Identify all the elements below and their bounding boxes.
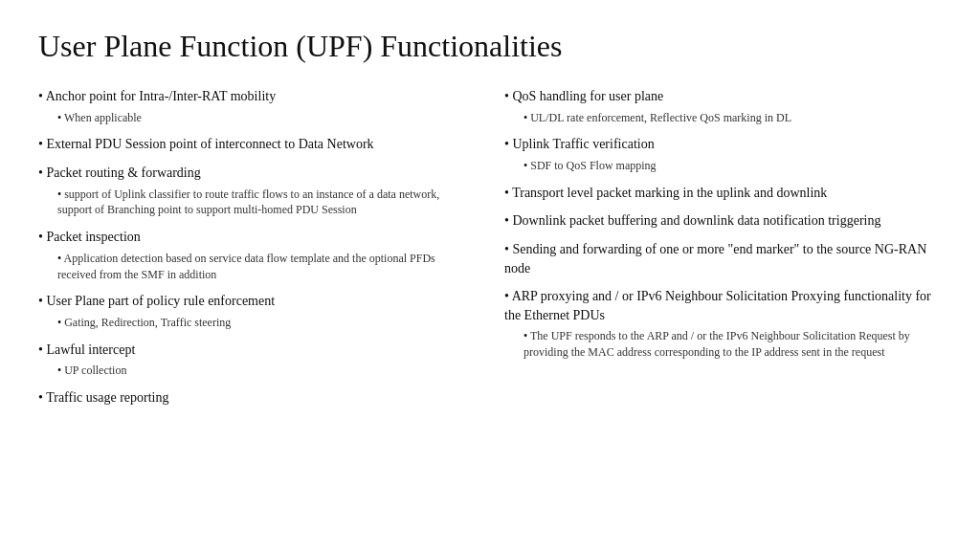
page-title: User Plane Function (UPF) Functionalitie… xyxy=(38,29,942,64)
right-list: QoS handling for user planeUL/DL rate en… xyxy=(504,87,942,361)
list-item-text: ARP proxying and / or IPv6 Neighbour Sol… xyxy=(504,289,931,322)
sub-list-item-text: The UPF responds to the ARP and / or the… xyxy=(523,329,910,359)
list-item-user-plane-policy: User Plane part of policy rule enforceme… xyxy=(38,292,476,330)
sub-list: When applicable xyxy=(57,110,476,126)
sub-list-item: Application detection based on service d… xyxy=(57,251,476,283)
list-item-text: Downlink packet buffering and downlink d… xyxy=(512,213,880,228)
list-item-sending-forwarding: Sending and forwarding of one or more "e… xyxy=(504,240,942,277)
sub-list-item: UP collection xyxy=(57,363,476,379)
list-item-lawful-intercept: Lawful interceptUP collection xyxy=(38,341,476,379)
sub-list: UL/DL rate enforcement, Reflective QoS m… xyxy=(523,110,942,126)
list-item-packet-routing: Packet routing & forwardingsupport of Up… xyxy=(38,164,476,218)
left-list: Anchor point for Intra-/Inter-RAT mobili… xyxy=(38,87,476,408)
list-item-transport-level: Transport level packet marking in the up… xyxy=(504,184,942,203)
list-item-text: Packet inspection xyxy=(46,230,140,244)
sub-list-item-text: Gating, Redirection, Traffic steering xyxy=(64,316,231,329)
list-item-arp-proxying: ARP proxying and / or IPv6 Neighbour Sol… xyxy=(504,287,942,361)
sub-list: support of Uplink classifier to route tr… xyxy=(57,187,476,219)
list-item-text: User Plane part of policy rule enforceme… xyxy=(46,294,275,308)
sub-list-item: When applicable xyxy=(57,110,476,126)
list-item-downlink-packet: Downlink packet buffering and downlink d… xyxy=(504,211,942,231)
list-item-text: Sending and forwarding of one or more "e… xyxy=(504,242,926,276)
sub-list: SDF to QoS Flow mapping xyxy=(523,158,942,174)
list-item-qos-handling: QoS handling for user planeUL/DL rate en… xyxy=(504,87,942,125)
sub-list-item-text: When applicable xyxy=(64,111,142,124)
sub-list: UP collection xyxy=(57,363,476,379)
list-item-text: Uplink Traffic verification xyxy=(512,137,654,151)
list-item-external-pdu: External PDU Session point of interconne… xyxy=(38,135,476,154)
sub-list-item: SDF to QoS Flow mapping xyxy=(523,158,942,174)
sub-list-item: support of Uplink classifier to route tr… xyxy=(57,187,476,219)
list-item-text: Traffic usage reporting xyxy=(46,390,168,405)
list-item-uplink-traffic: Uplink Traffic verificationSDF to QoS Fl… xyxy=(504,135,942,173)
sub-list-item-text: UL/DL rate enforcement, Reflective QoS m… xyxy=(530,111,791,124)
list-item-text: QoS handling for user plane xyxy=(512,89,663,103)
sub-list-item-text: Application detection based on service d… xyxy=(57,252,435,281)
list-item-text: External PDU Session point of interconne… xyxy=(46,137,373,151)
list-item-text: Anchor point for Intra-/Inter-RAT mobili… xyxy=(46,89,277,103)
sub-list-item: UL/DL rate enforcement, Reflective QoS m… xyxy=(523,110,942,126)
sub-list: Application detection based on service d… xyxy=(57,251,476,283)
list-item-traffic-usage: Traffic usage reporting xyxy=(38,388,476,408)
sub-list-item-text: SDF to QoS Flow mapping xyxy=(530,159,656,172)
list-item-text: Lawful intercept xyxy=(46,342,135,357)
right-column: QoS handling for user planeUL/DL rate en… xyxy=(504,87,942,370)
content-area: Anchor point for Intra-/Inter-RAT mobili… xyxy=(38,87,942,417)
sub-list-item: Gating, Redirection, Traffic steering xyxy=(57,315,476,331)
sub-list-item-text: UP collection xyxy=(64,364,126,377)
list-item-text: Packet routing & forwarding xyxy=(46,165,200,180)
list-item-anchor-point: Anchor point for Intra-/Inter-RAT mobili… xyxy=(38,87,476,125)
list-item-packet-inspection: Packet inspectionApplication detection b… xyxy=(38,228,476,282)
list-item-text: Transport level packet marking in the up… xyxy=(512,186,827,200)
sub-list-item: The UPF responds to the ARP and / or the… xyxy=(523,328,942,361)
sub-list: The UPF responds to the ARP and / or the… xyxy=(523,328,942,361)
left-column: Anchor point for Intra-/Inter-RAT mobili… xyxy=(38,87,476,417)
sub-list-item-text: support of Uplink classifier to route tr… xyxy=(57,187,439,217)
sub-list: Gating, Redirection, Traffic steering xyxy=(57,315,476,331)
